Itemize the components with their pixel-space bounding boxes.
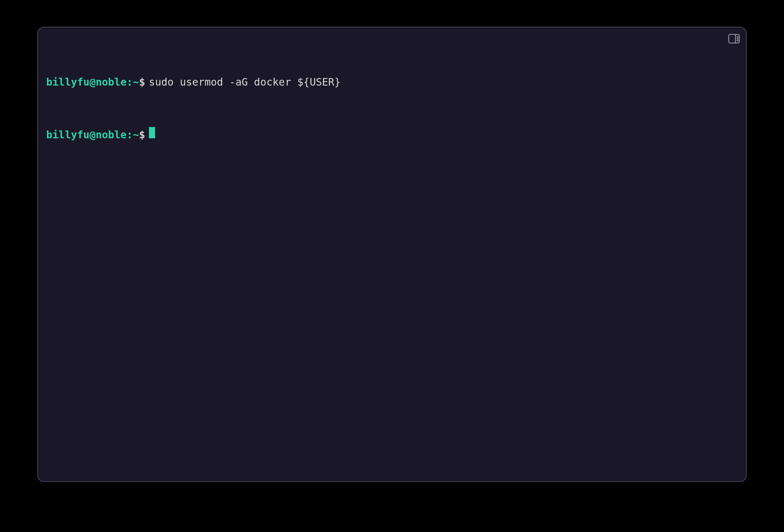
prompt-separator: :	[127, 128, 133, 141]
terminal-line: billyfu@noble:~$sudo usermod -aG docker …	[46, 76, 738, 89]
terminal-content[interactable]: billyfu@noble:~$sudo usermod -aG docker …	[46, 37, 738, 180]
command-text: sudo usermod -aG docker ${USER}	[149, 76, 341, 89]
terminal-cursor	[149, 127, 155, 138]
svg-point-2	[737, 36, 738, 37]
panel-toggle-icon[interactable]	[728, 34, 740, 43]
prompt-path: ~	[133, 128, 139, 141]
terminal-line: billyfu@noble:~$	[46, 127, 738, 141]
terminal-window[interactable]: billyfu@noble:~$sudo usermod -aG docker …	[37, 27, 747, 482]
svg-point-3	[737, 38, 738, 39]
prompt-separator: :	[127, 76, 133, 89]
prompt-user-host: billyfu@noble	[46, 76, 127, 89]
svg-point-4	[737, 40, 738, 41]
prompt-path: ~	[133, 76, 139, 89]
prompt-user-host: billyfu@noble	[46, 128, 127, 141]
prompt-symbol: $	[139, 128, 145, 141]
prompt-symbol: $	[139, 76, 145, 89]
